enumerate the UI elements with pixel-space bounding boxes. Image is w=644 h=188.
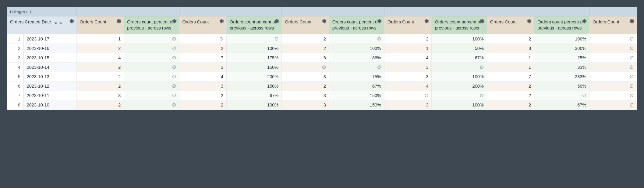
- column-header-pct[interactable]: Orders count percent of previous - acros…: [329, 16, 384, 34]
- column-header-pct[interactable]: Orders count percent of previous - acros…: [534, 16, 589, 34]
- cell-count[interactable]: ∅: [589, 72, 637, 82]
- cell-date[interactable]: 2023-10-12: [23, 82, 76, 91]
- row-number[interactable]: 7: [7, 91, 23, 100]
- cell-pct[interactable]: 67%: [227, 91, 282, 100]
- cell-pct[interactable]: 150%: [227, 63, 282, 72]
- gear-icon[interactable]: [322, 19, 327, 24]
- column-header-count[interactable]: Orders Count: [589, 16, 637, 34]
- cell-pct[interactable]: 67%: [432, 53, 487, 63]
- cell-pct[interactable]: ∅: [227, 34, 282, 44]
- cell-pct[interactable]: 100%: [432, 34, 487, 44]
- cell-count[interactable]: 6: [282, 53, 329, 63]
- cell-pct[interactable]: ∅: [329, 63, 384, 72]
- cell-pct[interactable]: ∅: [124, 44, 179, 53]
- cell-pct[interactable]: 200%: [227, 72, 282, 82]
- cell-count[interactable]: 4: [76, 53, 124, 63]
- cell-count[interactable]: 3: [282, 72, 329, 82]
- cell-count[interactable]: 2: [76, 63, 124, 72]
- gear-icon[interactable]: [527, 19, 532, 24]
- cell-pct[interactable]: ∅: [124, 72, 179, 82]
- cell-count[interactable]: ∅: [589, 34, 637, 44]
- cell-count[interactable]: 3: [282, 100, 329, 110]
- column-header-count[interactable]: Orders Count: [384, 16, 432, 34]
- gear-icon[interactable]: [274, 19, 279, 24]
- cell-pct[interactable]: 33%: [534, 63, 589, 72]
- pivot-group-cell[interactable]: [282, 7, 384, 16]
- cell-count[interactable]: 2: [487, 100, 534, 110]
- cell-pct[interactable]: 25%: [534, 53, 589, 63]
- cell-pct[interactable]: 150%: [227, 82, 282, 91]
- cell-pct[interactable]: 300%: [534, 44, 589, 53]
- cell-count[interactable]: ∅: [589, 100, 637, 110]
- cell-pct[interactable]: 67%: [534, 100, 589, 110]
- cell-pct[interactable]: ∅: [124, 53, 179, 63]
- row-number[interactable]: 3: [7, 53, 23, 63]
- row-number[interactable]: 5: [7, 72, 23, 82]
- column-header-count[interactable]: Orders Count: [487, 16, 534, 34]
- cell-count[interactable]: 4: [179, 72, 227, 82]
- row-number[interactable]: 2: [7, 44, 23, 53]
- gear-icon[interactable]: [116, 19, 122, 24]
- cell-count[interactable]: ∅: [589, 82, 637, 91]
- cell-count[interactable]: 1: [384, 44, 432, 53]
- cell-pct[interactable]: 50%: [432, 44, 487, 53]
- pivot-group-cell[interactable]: [487, 7, 589, 16]
- cell-count[interactable]: 2: [179, 91, 227, 100]
- cell-pct[interactable]: ∅: [432, 91, 487, 100]
- column-header-count[interactable]: Orders Count: [179, 16, 227, 34]
- row-number[interactable]: 8: [7, 100, 23, 110]
- pivot-group-cell[interactable]: [589, 7, 637, 16]
- cell-count[interactable]: 2: [179, 100, 227, 110]
- cell-count[interactable]: ∅: [589, 63, 637, 72]
- cell-pct[interactable]: ∅: [329, 34, 384, 44]
- cell-count[interactable]: 2: [282, 44, 329, 53]
- gear-icon[interactable]: [219, 19, 224, 24]
- cell-count[interactable]: 2: [487, 82, 534, 91]
- cell-pct[interactable]: ∅: [124, 34, 179, 44]
- cell-pct[interactable]: 75%: [329, 72, 384, 82]
- cell-count[interactable]: 2: [282, 34, 329, 44]
- cell-pct[interactable]: 100%: [227, 44, 282, 53]
- gear-icon[interactable]: [424, 19, 429, 24]
- cell-count[interactable]: 2: [76, 82, 124, 91]
- column-header-date[interactable]: Orders Created Date: [7, 16, 76, 34]
- gear-icon[interactable]: [377, 19, 382, 24]
- pivot-group-cell[interactable]: [76, 7, 179, 16]
- cell-pct[interactable]: ∅: [124, 91, 179, 100]
- cell-date[interactable]: 2023-10-10: [23, 100, 76, 110]
- gear-icon[interactable]: [172, 19, 177, 24]
- cell-count[interactable]: 1: [487, 53, 534, 63]
- cell-count[interactable]: 2: [282, 82, 329, 91]
- cell-count[interactable]: 3: [384, 100, 432, 110]
- cell-date[interactable]: 2023-10-13: [23, 72, 76, 82]
- cell-pct[interactable]: 175%: [227, 53, 282, 63]
- cell-count[interactable]: 2: [384, 34, 432, 44]
- gear-icon[interactable]: [479, 19, 485, 24]
- cell-pct[interactable]: ∅: [432, 63, 487, 72]
- cell-pct[interactable]: 67%: [329, 82, 384, 91]
- gear-icon[interactable]: [629, 19, 635, 24]
- cell-pct[interactable]: ∅: [124, 82, 179, 91]
- cell-date[interactable]: 2023-10-15: [23, 53, 76, 63]
- cell-pct[interactable]: ∅: [124, 63, 179, 72]
- row-number[interactable]: 6: [7, 82, 23, 91]
- row-number[interactable]: 4: [7, 63, 23, 72]
- cell-count[interactable]: 7: [487, 72, 534, 82]
- cell-pct[interactable]: 233%: [534, 72, 589, 82]
- column-header-pct[interactable]: Orders count percent of previous - acros…: [124, 16, 179, 34]
- cell-pct[interactable]: 50%: [534, 82, 589, 91]
- cell-date[interactable]: 2023-10-16: [23, 44, 76, 53]
- cell-count[interactable]: 2: [76, 100, 124, 110]
- cell-count[interactable]: ∅: [179, 34, 227, 44]
- row-number[interactable]: 1: [7, 34, 23, 44]
- sort-desc-icon[interactable]: [59, 20, 63, 24]
- column-header-pct[interactable]: Orders count percent of previous - acros…: [227, 16, 282, 34]
- cell-pct[interactable]: 100%: [227, 100, 282, 110]
- cell-count[interactable]: 4: [384, 82, 432, 91]
- cell-count[interactable]: 3: [384, 63, 432, 72]
- gear-icon[interactable]: [69, 19, 74, 24]
- pivot-label-cell[interactable]: (Integer): [7, 7, 76, 16]
- cell-count[interactable]: 2: [487, 91, 534, 100]
- cell-pct[interactable]: 100%: [432, 72, 487, 82]
- cell-count[interactable]: 3: [179, 82, 227, 91]
